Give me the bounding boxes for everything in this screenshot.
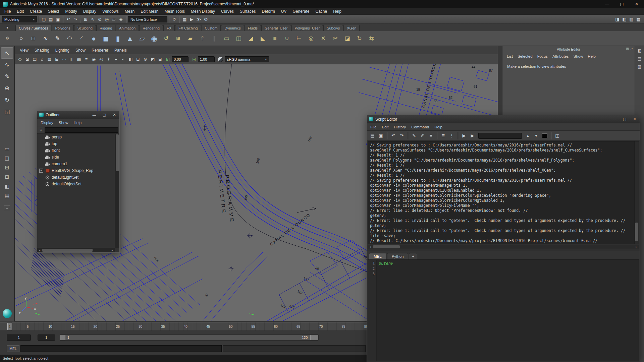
menu-cache[interactable]: Cache <box>312 8 330 15</box>
bookmarks-icon[interactable]: ⌂ <box>39 56 46 63</box>
redo-icon[interactable]: ↷ <box>398 132 406 139</box>
snap-to-grid-icon[interactable]: ⊞ <box>82 16 89 23</box>
exposure-field[interactable]: 0.00 <box>172 56 189 62</box>
layout-hypershade-persp[interactable]: ▤ <box>2 191 12 200</box>
modeling-toolkit-toggle-icon[interactable]: ◨ <box>614 16 621 23</box>
execute-icon[interactable]: ▶ <box>460 132 468 139</box>
command-line-language-toggle[interactable]: MEL <box>7 345 19 352</box>
echo-all-commands-icon[interactable]: ✎ <box>410 132 418 139</box>
snap-to-projected-center-icon[interactable]: ◎ <box>103 16 110 23</box>
redo-icon[interactable]: ↷ <box>72 16 79 23</box>
vp-menu-lighting[interactable]: Lighting <box>52 47 72 54</box>
shelf-item-nurbs-plane[interactable]: ▱ <box>136 33 148 44</box>
script-output-horizontal-scrollbar[interactable]: ◂ ▸ <box>368 245 639 249</box>
grid-icon[interactable]: ⊞ <box>53 56 60 63</box>
toolbox-collapse-button[interactable]: – <box>4 205 10 210</box>
shaded-icon[interactable]: ◎ <box>98 56 105 63</box>
outliner-item-camera1[interactable]: camera1 <box>37 161 115 167</box>
undo-icon[interactable]: ↶ <box>65 16 72 23</box>
camera-attributes-icon[interactable]: ▤ <box>31 56 38 63</box>
exposure-icon[interactable]: [ƒ] <box>164 57 172 61</box>
shelf-tab-dynamics[interactable]: Dynamics <box>221 25 244 31</box>
channel-box-panel-icon[interactable]: ▥ <box>636 63 643 70</box>
live-surface-field[interactable]: No Live Surface <box>128 16 167 22</box>
ae-menu-list[interactable]: List <box>504 54 515 59</box>
shelf-item-nurbs-cone[interactable]: ▲ <box>124 33 136 44</box>
se-tab-mel[interactable]: MEL <box>369 253 386 259</box>
shelf-tab-polygons[interactable]: Polygons <box>52 25 73 31</box>
layout-two-panes-side-by-side[interactable]: ◫ <box>2 154 12 163</box>
scroll-left-arrow[interactable]: ◂ <box>37 248 42 253</box>
outliner-item-defaultlightset[interactable]: defaultLightSet <box>37 174 115 181</box>
shelf-gear-icon[interactable]: ⚙ <box>4 35 11 41</box>
se-tab-new-tab[interactable]: + <box>409 253 417 259</box>
paint-select-tool[interactable]: ✎ <box>1 71 13 82</box>
scroll-right-arrow[interactable]: ▸ <box>634 245 639 249</box>
execute-all-icon[interactable]: ▶ <box>469 132 476 139</box>
shelf-tab-subdivs[interactable]: Subdivs <box>323 25 343 31</box>
shelf-item-trim-tool[interactable]: ✂ <box>329 33 341 44</box>
shelf-item-intersect-surfaces[interactable]: ✕ <box>317 33 329 44</box>
shelf-tab-fx-caching[interactable]: FX Caching <box>175 25 201 31</box>
ae-menu-attributes[interactable]: Attributes <box>550 54 571 59</box>
menu-deform[interactable]: Deform <box>259 8 278 15</box>
shelf-item-open-close-surfaces[interactable]: ◎ <box>305 33 317 44</box>
se-tab-python[interactable]: Python <box>387 253 409 259</box>
shelf-item-planar-trim[interactable]: ▰ <box>184 33 196 44</box>
outliner-item-side[interactable]: side <box>37 154 115 161</box>
vp-menu-show[interactable]: Show <box>72 47 89 54</box>
snap-to-view-plane-icon[interactable]: ▱ <box>110 16 117 23</box>
shelf-item-loft[interactable]: ≋ <box>172 33 184 44</box>
shelf-item-reverse-direction[interactable]: ⇆ <box>366 33 377 44</box>
gamma-icon[interactable]: [γ] <box>190 57 198 61</box>
outliner-horizontal-scrollbar[interactable]: ◂ ▸ <box>37 248 115 252</box>
open-script-icon[interactable]: ▤ <box>369 132 376 139</box>
view-transform-dropdown[interactable]: sRGB gamma ▾ <box>225 56 269 62</box>
minimize-button[interactable]: — <box>89 111 99 119</box>
save-script-icon[interactable]: ▣ <box>377 132 385 139</box>
new-scene-icon[interactable]: ▢ <box>40 16 47 23</box>
image-plane-icon[interactable]: ▦ <box>46 56 53 63</box>
shelf-item-detach-surfaces[interactable]: ⊢ <box>293 33 305 44</box>
gate-mask-icon[interactable]: ▩ <box>75 56 83 63</box>
se-layout-icon[interactable]: ◫ <box>553 132 561 139</box>
minimize-button[interactable]: — <box>609 115 620 123</box>
highlight-color-swatch[interactable] <box>542 133 547 138</box>
shelf-tab-polygons-user[interactable]: Polygons_User <box>291 25 323 31</box>
outliner-item-front[interactable]: front <box>37 147 115 154</box>
se-menu-command[interactable]: Command <box>409 124 432 130</box>
shelf-tab-animation[interactable]: Animation <box>116 25 139 31</box>
vp-menu-renderer[interactable]: Renderer <box>89 47 111 54</box>
isolate-select-icon[interactable]: ◩ <box>149 56 156 63</box>
menu-help[interactable]: Help <box>330 8 344 15</box>
save-scene-icon[interactable]: ▣ <box>54 16 61 23</box>
outliner-item-defaultobjectset[interactable]: defaultObjectSet <box>37 181 115 187</box>
show-tooltip-help-icon[interactable]: ⋮ <box>448 132 455 139</box>
outliner-item-realdwg-shape-rep[interactable]: +RealDWG_Shape_Rep <box>37 167 115 174</box>
vp-menu-view[interactable]: View <box>17 47 32 54</box>
range-start-handle[interactable] <box>60 335 65 340</box>
close-button[interactable]: ✕ <box>109 111 119 119</box>
outliner-vertical-scrollbar[interactable] <box>115 134 119 248</box>
xray-icon[interactable]: ⊘ <box>142 56 149 63</box>
tool-settings-toggle-icon[interactable]: ▥ <box>628 16 635 23</box>
shelf-item-rebuild-surfaces[interactable]: ↻ <box>354 33 365 44</box>
menu-create[interactable]: Create <box>27 8 45 15</box>
vp-menu-panels[interactable]: Panels <box>111 47 130 54</box>
playback-start-field[interactable]: 1 <box>7 335 31 341</box>
shelf-item-three-point-arc[interactable]: ◠ <box>64 33 75 44</box>
se-menu-edit[interactable]: Edit <box>379 124 391 130</box>
shelf-menu-icon[interactable]: ▾ <box>4 24 11 31</box>
window-titlebar[interactable]: Autodesk Maya 2016 - Student Version: C:… <box>0 0 644 8</box>
modeling-toolkit-panel-icon[interactable]: ◧ <box>636 47 643 54</box>
construction-history-icon[interactable]: ↺ <box>171 16 178 23</box>
select-camera-icon[interactable]: ◇ <box>16 56 23 63</box>
script-input-pane[interactable]: 123 putenv <box>368 259 639 361</box>
shelf-item-attach-surfaces[interactable]: ∪ <box>281 33 293 44</box>
outliner-item-persp[interactable]: persp <box>37 134 115 140</box>
snap-to-point-icon[interactable]: ⊙ <box>96 16 103 23</box>
menu-curves[interactable]: Curves <box>218 8 237 15</box>
shelf-item-boundary[interactable]: ▭ <box>221 33 232 44</box>
shelf-item-nurbs-square[interactable]: □ <box>28 33 39 44</box>
shelf-tab-sculpting[interactable]: Sculpting <box>74 25 96 31</box>
